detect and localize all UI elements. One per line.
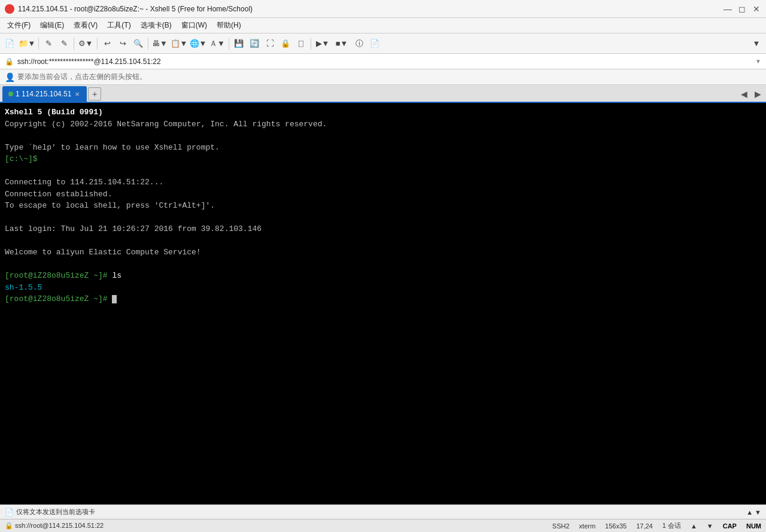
bottom-connection-text: ssh://root@114.215.104.51:22 [15, 522, 104, 529]
toolbar-redo-btn[interactable]: ↪ [115, 37, 130, 51]
status-right: ▲ ▼ [746, 509, 761, 516]
terminal-line-11: Last login: Thu Jul 21 10:26:27 2016 fro… [5, 223, 761, 235]
toolbar-end-btn[interactable]: ▼ [749, 37, 764, 51]
toolbar-local-btn[interactable]: ■▼ [333, 37, 351, 51]
terminal-line-9: To escape to local shell, press 'Ctrl+Al… [5, 200, 761, 212]
hint-icon: 👤 [5, 72, 15, 82]
title-text: 114.215.104.51 - root@iZ28o8u5izeZ:~ - X… [18, 5, 253, 13]
terminal-line-12 [5, 235, 761, 247]
bottom-arrow-down: ▼ [707, 522, 713, 530]
status-up-arrow: ▲ [746, 509, 753, 516]
terminal-line-14 [5, 259, 761, 270]
toolbar-transfer-btn[interactable]: 💾 [232, 37, 246, 51]
tab-next-button[interactable]: ▶ [752, 89, 764, 99]
hint-bar: 👤 要添加当前会话，点击左侧的箭头按钮。 [0, 69, 766, 85]
terminal-cursor [112, 295, 117, 303]
toolbar-new-btn[interactable]: 📄 [2, 37, 17, 51]
tab-session[interactable]: 1 114.215.104.51 ✕ [2, 86, 87, 102]
toolbar-edit-btn[interactable]: ✎ [41, 37, 56, 51]
tab-navigation: ◀ ▶ [738, 89, 764, 99]
address-dropdown-icon[interactable]: ▼ [755, 58, 761, 65]
menu-window[interactable]: 窗口(W) [177, 19, 212, 32]
bottom-terminal: xterm [579, 522, 596, 530]
tab-status-dot [8, 92, 13, 96]
menu-bar: 文件(F) 编辑(E) 查看(V) 工具(T) 选项卡(B) 窗口(W) 帮助(… [0, 18, 766, 34]
terminal-line-10 [5, 212, 761, 224]
toolbar-globe-btn[interactable]: 🌐▼ [189, 37, 207, 51]
tab-close-button[interactable]: ✕ [74, 90, 81, 98]
toolbar-settings-btn[interactable]: ⚙▼ [77, 37, 95, 51]
toolbar-help-btn[interactable]: ⓘ [352, 37, 366, 51]
bottom-dimensions: 156x35 [605, 522, 627, 530]
status-send-icon: 📄 [5, 508, 14, 516]
status-left: 📄 仅将文本发送到当前选项卡 [5, 507, 746, 516]
menu-help[interactable]: 帮助(H) [212, 19, 246, 32]
tab-bar: 1 114.215.104.51 ✕ + ◀ ▶ [0, 85, 766, 103]
status-send-text: 仅将文本发送到当前选项卡 [16, 507, 95, 516]
terminal-line-1: Xshell 5 (Build 0991) [5, 107, 761, 118]
bottom-lock-icon: 🔒 [5, 522, 13, 529]
terminal-line-6 [5, 165, 761, 177]
minimize-button[interactable]: — [723, 4, 732, 14]
terminal-line-5: [c:\~]$ [5, 153, 761, 165]
toolbar-undo-btn[interactable]: ↩ [100, 37, 114, 51]
menu-tools[interactable]: 工具(T) [102, 19, 135, 32]
menu-edit[interactable]: 编辑(E) [35, 19, 69, 32]
bottom-connection: 🔒 ssh://root@114.215.104.51:22 [5, 522, 552, 530]
address-bar: 🔒 ssh://root:****************@114.215.10… [0, 54, 766, 69]
toolbar-copy-btn[interactable]: 📋▼ [170, 37, 188, 51]
menu-view[interactable]: 查看(V) [69, 19, 102, 32]
bottom-cursor: 17,24 [636, 522, 653, 530]
status-arrows: ▲ ▼ [746, 509, 761, 516]
toolbar: 📄 📁▼ ✎ ✎ ⚙▼ ↩ ↪ 🔍 🖶▼ 📋▼ 🌐▼ Ａ▼ 💾 🔄 ⛶ 🔒 ⎕ … [0, 34, 766, 54]
terminal-line-3 [5, 130, 761, 142]
menu-file[interactable]: 文件(F) [2, 19, 35, 32]
terminal-line-17: [root@iZ28o8u5izeZ ~]# [5, 293, 761, 305]
terminal[interactable]: Xshell 5 (Build 0991) Copyright (c) 2002… [0, 103, 766, 504]
close-button[interactable]: ✕ [752, 4, 761, 14]
window-controls: — ◻ ✕ [723, 4, 761, 14]
toolbar-search-btn[interactable]: 🔍 [131, 37, 145, 51]
title-bar: 114.215.104.51 - root@iZ28o8u5izeZ:~ - X… [0, 0, 766, 18]
terminal-line-8: Connection established. [5, 189, 761, 200]
tab-prev-button[interactable]: ◀ [738, 89, 750, 99]
bottom-sessions: 1 会话 [662, 521, 681, 530]
toolbar-font-btn[interactable]: Ａ▼ [208, 37, 226, 51]
restore-button[interactable]: ◻ [737, 4, 747, 14]
status-bar: 📄 仅将文本发送到当前选项卡 ▲ ▼ [0, 504, 766, 519]
address-text: ssh://root:****************@114.215.104.… [17, 57, 752, 66]
toolbar-lock-btn[interactable]: 🔒 [278, 37, 293, 51]
bottom-cap-indicator: CAP [723, 522, 737, 530]
terminal-line-4: Type `help' to learn how to use Xshell p… [5, 142, 761, 154]
terminal-line-7: Connecting to 114.215.104.51:22... [5, 177, 761, 189]
toolbar-send-btn[interactable]: ▶▼ [314, 37, 332, 51]
toolbar-extra-btn[interactable]: 📄 [367, 37, 382, 51]
hint-text: 要添加当前会话，点击左侧的箭头按钮。 [17, 72, 147, 82]
terminal-line-2: Copyright (c) 2002-2016 NetSarang Comput… [5, 118, 761, 130]
bottom-bar: 🔒 ssh://root@114.215.104.51:22 SSH2 xter… [0, 519, 766, 532]
toolbar-sftp-btn[interactable]: 🔄 [247, 37, 262, 51]
address-lock-icon: 🔒 [5, 57, 14, 66]
toolbar-fullscreen-btn[interactable]: ⛶ [263, 37, 277, 51]
toolbar-print-btn[interactable]: 🖶▼ [151, 37, 169, 51]
menu-tabs[interactable]: 选项卡(B) [136, 19, 177, 32]
tab-add-button[interactable]: + [88, 87, 101, 101]
toolbar-kbd-btn[interactable]: ⎕ [294, 37, 308, 51]
app-icon [5, 4, 14, 14]
toolbar-open-btn[interactable]: 📁▼ [18, 37, 36, 51]
bottom-arrow-up: ▲ [691, 522, 697, 530]
terminal-line-15: [root@iZ28o8u5izeZ ~]# ls [5, 270, 761, 282]
terminal-line-13: Welcome to aliyun Elastic Compute Servic… [5, 247, 761, 259]
tab-label: 1 114.215.104.51 [16, 90, 71, 98]
bottom-protocol: SSH2 [552, 522, 570, 530]
toolbar-pencil-btn[interactable]: ✎ [57, 37, 71, 51]
status-down-arrow: ▼ [755, 509, 761, 516]
terminal-line-16: sh-1.5.5 [5, 282, 761, 294]
bottom-num-indicator: NUM [746, 522, 761, 530]
bottom-status-items: SSH2 xterm 156x35 17,24 1 会话 ▲ ▼ CAP NUM [552, 521, 761, 530]
